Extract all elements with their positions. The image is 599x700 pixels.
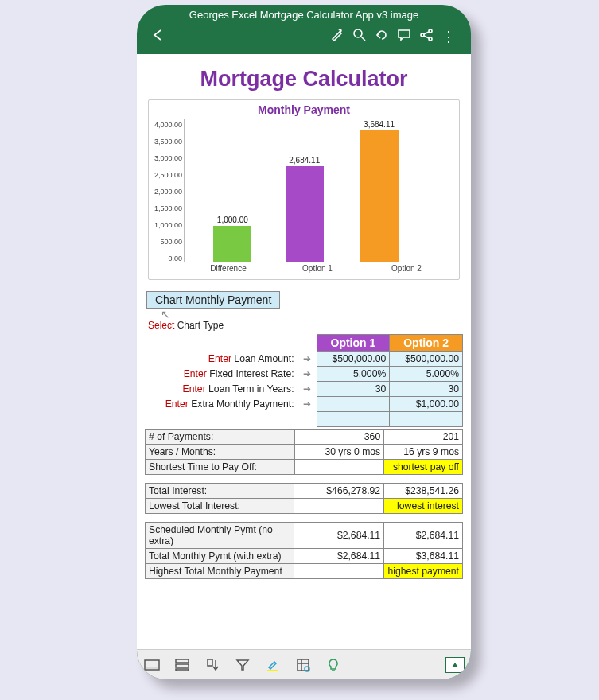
- row-label: Total Interest:: [146, 484, 294, 499]
- arrow-right-icon: ➔: [298, 367, 317, 382]
- top-toolbar: ⋮: [137, 24, 471, 54]
- input-label: Enter Loan Term in Years:: [145, 382, 298, 397]
- svg-point-3: [421, 33, 424, 37]
- draw-icon[interactable]: [326, 28, 348, 45]
- search-icon[interactable]: [348, 28, 371, 45]
- option2-input[interactable]: 30: [390, 382, 463, 397]
- bottom-toolbar: [137, 649, 471, 679]
- row-label: Shortest Time to Pay Off:: [146, 460, 295, 475]
- row-label: Lowest Total Interest:: [146, 499, 294, 514]
- window-title: Georges Excel Mortgage Calculator App v3…: [137, 5, 471, 24]
- option1-value: [294, 564, 384, 579]
- option2-value: shortest pay off: [384, 460, 463, 475]
- card-view-icon[interactable]: [173, 656, 191, 674]
- option1-value: $2,684.11: [294, 523, 384, 549]
- option1-header: Option 1: [317, 335, 390, 352]
- option1-value: $466,278.92: [294, 484, 384, 499]
- svg-line-1: [361, 37, 365, 41]
- chart-bars-area: 1,000.002,684.113,684.11: [184, 119, 451, 262]
- svg-rect-15: [267, 670, 278, 671]
- svg-rect-8: [145, 667, 159, 670]
- arrow-right-icon: ➔: [298, 382, 317, 397]
- svg-line-5: [424, 32, 429, 34]
- svg-rect-16: [298, 659, 309, 671]
- svg-rect-9: [176, 659, 189, 663]
- row-label: Highest Total Monthly Payment: [146, 564, 294, 579]
- svg-point-0: [354, 29, 362, 37]
- option1-input[interactable]: 30: [317, 382, 390, 397]
- option2-input[interactable]: $500,000.00: [390, 352, 463, 367]
- chart-bar: [360, 130, 399, 262]
- arrow-right-icon: ➔: [298, 352, 317, 367]
- svg-marker-14: [237, 660, 248, 670]
- option2-value: 201: [384, 430, 463, 445]
- svg-rect-11: [176, 669, 189, 671]
- option2-value: highest payment: [384, 564, 463, 579]
- chart-type-selector[interactable]: Chart Monthly Payment: [146, 291, 280, 309]
- app-window: Georges Excel Mortgage Calculator App v3…: [137, 5, 471, 679]
- svg-line-6: [424, 36, 429, 38]
- monthly-payment-chart: Monthly Payment 4,000.003,500.003,000.00…: [148, 99, 460, 280]
- highlight-icon[interactable]: [264, 656, 282, 674]
- row-label: Total Monthly Pymt (with extra): [146, 549, 294, 564]
- svg-rect-10: [176, 664, 189, 667]
- inputs-table: Option 1 Option 2 Enter Loan Amount:➔$50…: [145, 334, 463, 427]
- option2-header: Option 2: [390, 335, 463, 352]
- chart-bar: [286, 166, 324, 262]
- interest-summary-table: Total Interest:$466,278.92$238,541.26Low…: [145, 483, 463, 514]
- back-icon[interactable]: [148, 29, 170, 45]
- option2-value: 16 yrs 9 mos: [384, 445, 463, 460]
- chart-title: Monthly Payment: [149, 103, 459, 116]
- page-title: Mortgage Calculator: [145, 67, 463, 91]
- ideas-icon[interactable]: [325, 656, 342, 674]
- option1-value: [294, 460, 384, 475]
- option1-value: [294, 499, 384, 514]
- option2-value: $3,684.11: [384, 549, 463, 564]
- arrow-right-icon: ➔: [298, 397, 317, 412]
- comment-icon[interactable]: [393, 28, 415, 45]
- row-label: # of Payments:: [146, 430, 295, 445]
- row-label: Scheduled Monthly Pymt (no extra): [146, 523, 294, 549]
- input-label: Enter Fixed Interest Rate:: [145, 367, 298, 382]
- chart-bar: [213, 226, 251, 262]
- sort-icon[interactable]: [204, 656, 221, 674]
- sheet-tab-icon[interactable]: [143, 656, 161, 674]
- chart-y-axis: 4,000.003,500.003,000.002,500.002,000.00…: [149, 119, 184, 262]
- option1-value: 30 yrs 0 mos: [294, 445, 384, 460]
- option2-value: lowest interest: [384, 499, 463, 514]
- option1-input[interactable]: $500,000.00: [317, 352, 390, 367]
- svg-rect-12: [208, 659, 212, 666]
- row-label: Years / Months:: [146, 445, 295, 460]
- arrow-up-icon: ↖: [161, 310, 463, 318]
- option1-input[interactable]: [317, 397, 390, 412]
- svg-marker-21: [452, 663, 458, 667]
- option2-input[interactable]: 5.000%: [390, 367, 463, 382]
- option2-value: $2,684.11: [384, 523, 463, 549]
- pivot-icon[interactable]: [294, 656, 312, 674]
- option1-input[interactable]: 5.000%: [317, 367, 390, 382]
- option2-value: $238,541.26: [384, 484, 463, 499]
- option1-value: 360: [294, 430, 384, 445]
- option2-input[interactable]: $1,000.00: [390, 397, 463, 412]
- undo-icon[interactable]: [371, 28, 393, 45]
- expand-button[interactable]: [445, 657, 465, 673]
- option1-value: $2,684.11: [294, 549, 384, 564]
- input-label: Enter Extra Monthly Payment:: [145, 397, 298, 412]
- select-chart-type-label: Select Chart Type: [148, 320, 463, 331]
- input-label: Enter Loan Amount:: [145, 352, 298, 367]
- chart-x-axis: DifferenceOption 1Option 2: [184, 264, 451, 273]
- svg-point-2: [429, 29, 432, 33]
- filter-icon[interactable]: [234, 656, 251, 674]
- payments-summary-table: # of Payments:360201Years / Months:30 yr…: [145, 429, 463, 475]
- share-icon[interactable]: [415, 28, 438, 45]
- overflow-icon[interactable]: ⋮: [438, 28, 460, 45]
- svg-point-4: [429, 37, 432, 41]
- spreadsheet-content: Mortgage Calculator Monthly Payment 4,00…: [137, 54, 471, 649]
- monthly-pymt-summary-table: Scheduled Monthly Pymt (no extra)$2,684.…: [145, 522, 463, 579]
